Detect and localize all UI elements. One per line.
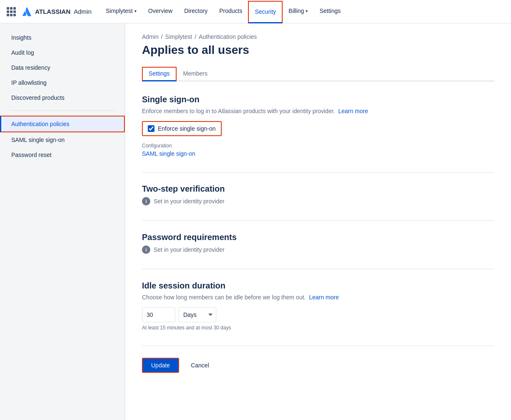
nav-item-settings[interactable]: Settings (314, 0, 347, 23)
idle-unit-select[interactable]: Minutes Hours Days (179, 307, 216, 322)
divider-3 (142, 269, 494, 269)
two-step-title: Two-step verification (142, 184, 494, 194)
simplytest-chevron-icon: ▾ (134, 9, 137, 13)
nav-logo: ATLASSIAN Admin (7, 6, 91, 18)
password-req-title: Password requirements (142, 233, 494, 242)
divider-1 (142, 172, 494, 172)
sidebar-item-ip-allowlisting[interactable]: IP allowlisting (0, 75, 125, 90)
nav-item-security[interactable]: Security (248, 1, 283, 23)
idle-session-description: Choose how long members can be idle befo… (142, 294, 494, 301)
atlassian-logo-svg (21, 6, 33, 18)
two-step-info-icon: i (142, 197, 150, 205)
tabs: Settings Members (142, 67, 494, 81)
breadcrumb-simplytest[interactable]: Simplytest (165, 33, 192, 40)
sidebar-item-data-residency[interactable]: Data residency (0, 60, 125, 75)
breadcrumb-admin[interactable]: Admin (142, 33, 159, 40)
sidebar-item-audit-log[interactable]: Audit log (0, 45, 125, 60)
breadcrumb-current: Authentication policies (199, 33, 257, 40)
enforce-sso-checkbox[interactable] (148, 125, 154, 132)
config-label: Configuration (142, 143, 494, 149)
nav-item-simplytest[interactable]: Simplytest ▾ (100, 0, 142, 23)
two-step-info-row: i Set in your identity provider (142, 197, 494, 205)
two-step-section: Two-step verification i Set in your iden… (142, 184, 494, 205)
idle-session-inputs: Minutes Hours Days (142, 307, 494, 322)
sso-learn-more-link[interactable]: Learn more (338, 108, 368, 114)
saml-sso-link[interactable]: SAML single sign-on (142, 150, 195, 157)
sidebar: Insights Audit log Data residency IP all… (0, 23, 125, 420)
action-buttons: Update Cancel (142, 358, 494, 373)
atlassian-logo: ATLASSIAN (21, 6, 71, 18)
enforce-sso-label[interactable]: Enforce single sign-on (158, 125, 216, 132)
layout: Insights Audit log Data residency IP all… (0, 23, 511, 420)
nav-item-directory[interactable]: Directory (178, 0, 213, 23)
divider-2 (142, 220, 494, 221)
idle-hint: At least 15 minutes and at most 30 days (142, 325, 494, 331)
password-requirements-section: Password requirements i Set in your iden… (142, 233, 494, 254)
atlassian-text: ATLASSIAN (35, 8, 71, 15)
main-content: Admin / Simplytest / Authentication poli… (125, 23, 511, 420)
grid-icon[interactable] (7, 7, 16, 16)
breadcrumb: Admin / Simplytest / Authentication poli… (142, 33, 494, 40)
two-step-info-text: Set in your identity provider (154, 198, 225, 205)
password-req-info-icon: i (142, 245, 150, 254)
sso-config: Configuration SAML single sign-on (142, 143, 494, 157)
update-button[interactable]: Update (142, 358, 179, 373)
nav-items: Simplytest ▾ Overview Directory Products… (100, 0, 504, 23)
idle-session-section: Idle session duration Choose how long me… (142, 281, 494, 331)
sso-title: Single sign-on (142, 95, 494, 104)
sidebar-item-insights[interactable]: Insights (0, 30, 125, 45)
sidebar-item-password-reset[interactable]: Password reset (0, 147, 125, 162)
nav-item-products[interactable]: Products (213, 0, 248, 23)
tab-members[interactable]: Members (177, 67, 214, 81)
breadcrumb-sep-2: / (195, 33, 196, 40)
cancel-button[interactable]: Cancel (184, 359, 216, 372)
sso-description: Enforce members to log in to Atlassian p… (142, 108, 494, 114)
idle-learn-more-link[interactable]: Learn more (309, 294, 339, 301)
single-sign-on-section: Single sign-on Enforce members to log in… (142, 95, 494, 157)
breadcrumb-sep-1: / (161, 33, 163, 40)
billing-chevron-icon: ▾ (306, 9, 308, 13)
password-req-info-row: i Set in your identity provider (142, 245, 494, 254)
enforce-sso-checkbox-row: Enforce single sign-on (142, 121, 222, 136)
divider-4 (142, 346, 494, 346)
sidebar-item-authentication-policies[interactable]: Authentication policies (0, 116, 125, 132)
tab-settings[interactable]: Settings (142, 67, 177, 81)
password-req-info-text: Set in your identity provider (154, 246, 225, 253)
nav-item-overview[interactable]: Overview (142, 0, 178, 23)
sidebar-divider (10, 110, 115, 111)
idle-duration-input[interactable] (142, 307, 175, 322)
page-title: Applies to all users (142, 43, 494, 57)
admin-label: Admin (74, 8, 92, 15)
sidebar-item-saml-sso[interactable]: SAML single sign-on (0, 132, 125, 147)
sidebar-item-discovered-products[interactable]: Discovered products (0, 90, 125, 105)
top-nav: ATLASSIAN Admin Simplytest ▾ Overview Di… (0, 0, 511, 23)
idle-session-title: Idle session duration (142, 281, 494, 291)
nav-item-billing[interactable]: Billing ▾ (283, 0, 314, 23)
